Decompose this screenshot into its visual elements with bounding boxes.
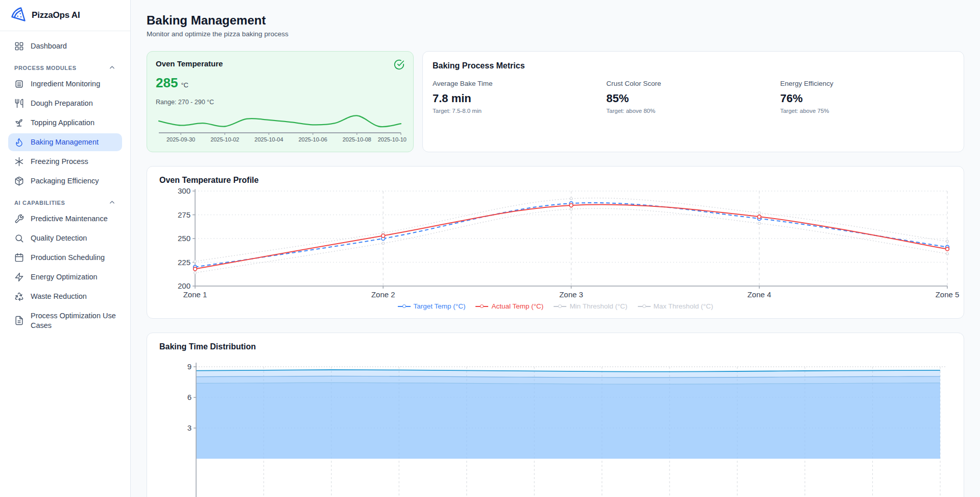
legend-label: Min Threshold (°C) <box>569 302 627 310</box>
wrench-icon <box>14 214 24 224</box>
oven-temperature-profile-card: Oven Temperature Profile 200225250275300… <box>147 166 964 319</box>
metric-target: Target: above 75% <box>780 108 954 114</box>
svg-text:6: 6 <box>187 393 192 401</box>
chevron-up-icon[interactable] <box>108 199 116 206</box>
legend-item-actual-temp-c[interactable]: Actual Temp (°C) <box>475 302 543 310</box>
sidebar-item-predictive-maintenance[interactable]: Predictive Maintenance <box>8 210 122 228</box>
legend-item-min-threshold-c[interactable]: Min Threshold (°C) <box>554 302 627 310</box>
metric-average-bake-time: Average Bake Time7.8 minTarget: 7.5-8.0 … <box>433 80 606 114</box>
svg-text:9: 9 <box>187 362 192 371</box>
metric-target: Target: 7.5-8.0 min <box>433 108 606 114</box>
sidebar-item-label: Predictive Maintenance <box>31 214 108 224</box>
metrics-grid: Average Bake Time7.8 minTarget: 7.5-8.0 … <box>433 80 954 114</box>
sidebar-item-quality-detection[interactable]: Quality Detection <box>8 229 122 247</box>
svg-text:Zone 2: Zone 2 <box>371 290 395 299</box>
temp-profile-legend: Target Temp (°C)Actual Temp (°C)Min Thre… <box>159 302 951 312</box>
legend-marker-icon <box>475 304 488 309</box>
recycle-icon <box>14 292 24 301</box>
chevron-up-icon <box>108 64 116 72</box>
svg-text:275: 275 <box>178 210 190 219</box>
main-content: Baking Management Monitor and optimize t… <box>131 0 980 497</box>
calendar-icon <box>14 253 24 263</box>
temp-profile-chart-title: Oven Temperature Profile <box>159 176 951 185</box>
dashboard-grid-icon <box>14 41 24 51</box>
sidebar-item-label: Dashboard <box>31 41 67 51</box>
time-distribution-chart-wrap: 369 <box>159 359 951 497</box>
package-icon <box>14 176 24 186</box>
svg-text:2025-10-10: 2025-10-10 <box>378 136 407 143</box>
svg-text:2025-10-04: 2025-10-04 <box>254 136 283 143</box>
lightning-icon <box>14 272 24 282</box>
oven-sparkline-wrap: 2025-09-302025-10-022025-10-042025-10-06… <box>156 110 404 147</box>
sidebar-item-ingredient-monitoring[interactable]: Ingredient Monitoring <box>8 75 122 93</box>
metric-label: Crust Color Score <box>606 80 780 87</box>
utensils-icon <box>14 99 24 108</box>
nav-section-label: PROCESS MODULES <box>14 65 77 71</box>
svg-text:3: 3 <box>187 423 192 432</box>
pizza-logo-icon <box>11 7 26 24</box>
svg-text:200: 200 <box>178 281 190 290</box>
svg-text:225: 225 <box>178 258 190 267</box>
sidebar-item-label: Baking Management <box>31 137 99 147</box>
sidebar-item-label: Waste Reduction <box>31 292 87 301</box>
page-title: Baking Management <box>147 13 964 28</box>
metric-value: 7.8 min <box>433 92 606 105</box>
summary-row: Oven Temperature 285 °C Range: 270 - 290… <box>147 51 964 152</box>
sidebar-item-waste-reduction[interactable]: Waste Reduction <box>8 288 122 305</box>
sidebar-item-label: Packaging Efficiency <box>31 176 99 186</box>
metric-crust-color-score: Crust Color Score85%Target: above 80% <box>606 80 780 114</box>
sidebar-item-label: Ingredient Monitoring <box>31 79 100 89</box>
sidebar-item-label: Quality Detection <box>31 233 87 243</box>
document-icon <box>14 316 24 325</box>
pizza-icon <box>11 7 26 22</box>
sidebar-item-dashboard[interactable]: Dashboard <box>8 37 122 55</box>
nav-section-process-modules: PROCESS MODULES <box>8 57 122 75</box>
oven-temperature-profile-chart: 200225250275300Zone 1Zone 2Zone 3Zone 4Z… <box>159 185 951 301</box>
sidebar-item-dough-preparation[interactable]: Dough Preparation <box>8 94 122 112</box>
svg-text:2025-10-08: 2025-10-08 <box>343 136 371 143</box>
svg-text:2025-10-06: 2025-10-06 <box>298 136 327 143</box>
svg-text:250: 250 <box>178 234 190 243</box>
metric-energy-efficiency: Energy Efficiency76%Target: above 75% <box>780 80 954 114</box>
app-name: PizzaOps AI <box>32 10 80 20</box>
nav-section-ai-capabilities: AI CAPABILITIES <box>8 192 122 210</box>
metric-value: 76% <box>780 92 954 105</box>
page-subtitle: Monitor and optimize the pizza baking pr… <box>147 30 964 38</box>
sidebar-item-label: Freezing Process <box>31 157 88 167</box>
oven-temperature-card: Oven Temperature 285 °C Range: 270 - 290… <box>147 51 414 152</box>
metric-label: Average Bake Time <box>433 80 606 87</box>
sidebar-item-label: Process Optimization Use Cases <box>31 311 116 330</box>
sidebar-item-label: Dough Preparation <box>31 99 93 108</box>
baking-process-metrics-card: Baking Process Metrics Average Bake Time… <box>422 51 964 152</box>
check-circle-icon <box>394 59 404 70</box>
baking-time-distribution-card: Baking Time Distribution 369 <box>147 333 964 497</box>
metric-label: Energy Efficiency <box>780 80 954 87</box>
svg-text:Zone 5: Zone 5 <box>936 290 960 299</box>
app-logo[interactable]: PizzaOps AI <box>0 0 130 31</box>
legend-item-target-temp-c[interactable]: Target Temp (°C) <box>398 302 466 310</box>
sidebar-item-freezing-process[interactable]: Freezing Process <box>8 153 122 171</box>
sidebar-item-topping-application[interactable]: Topping Application <box>8 114 122 132</box>
oven-card-title: Oven Temperature <box>156 59 223 68</box>
sidebar-nav: DashboardPROCESS MODULESIngredient Monit… <box>0 31 130 346</box>
svg-text:300: 300 <box>178 186 190 195</box>
svg-text:2025-09-30: 2025-09-30 <box>166 136 195 143</box>
metric-value: 85% <box>606 92 780 105</box>
legend-label: Max Threshold (°C) <box>654 302 713 310</box>
sidebar-item-label: Topping Application <box>31 118 94 128</box>
oven-range-label: Range: 270 - 290 °C <box>156 99 404 106</box>
svg-text:Zone 4: Zone 4 <box>747 290 771 299</box>
metric-target: Target: above 80% <box>606 108 780 114</box>
oven-temperature-value: 285 <box>156 75 178 91</box>
baking-time-distribution-chart: 369 <box>159 359 951 497</box>
sidebar-item-baking-management[interactable]: Baking Management <box>8 133 122 151</box>
sidebar-item-production-scheduling[interactable]: Production Scheduling <box>8 249 122 267</box>
sidebar-item-energy-optimization[interactable]: Energy Optimization <box>8 268 122 286</box>
chevron-up-icon <box>108 199 116 206</box>
sidebar-item-process-optimization-use-cases[interactable]: Process Optimization Use Cases <box>8 307 122 335</box>
sidebar-item-packaging-efficiency[interactable]: Packaging Efficiency <box>8 172 122 190</box>
search-icon <box>14 233 24 243</box>
chevron-up-icon[interactable] <box>108 64 116 72</box>
flame-icon <box>14 137 24 147</box>
legend-item-max-threshold-c[interactable]: Max Threshold (°C) <box>638 302 713 310</box>
